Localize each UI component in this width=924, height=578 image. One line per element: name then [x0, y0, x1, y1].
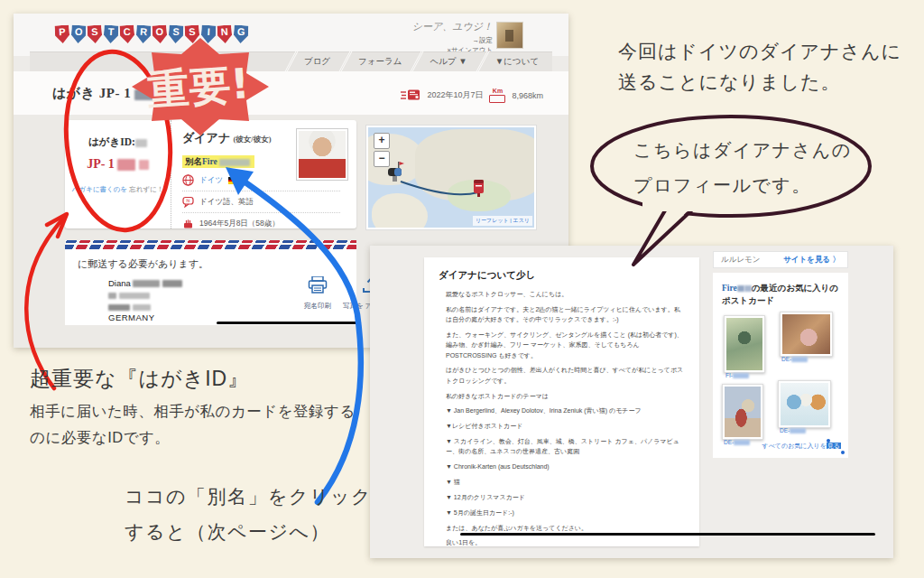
logo-flag: S — [87, 24, 102, 43]
recipient-country-link[interactable]: ドイツ — [199, 175, 223, 186]
postcard-info-card: はがきID: JP- 1 ハガキに書くのを 忘れずに！ ダイアナ (彼女/彼女) — [65, 120, 356, 228]
sent-date: 2022年10月7日 — [427, 89, 483, 101]
distance-icon: Km — [489, 88, 505, 103]
about-paragraph: 私の名前はダイアナです。夫と2匹の猫と一緒にライプツィヒに住んでいます。私は自分… — [446, 304, 685, 325]
logo-flag: T — [103, 25, 118, 44]
logo-flag: G — [233, 25, 248, 44]
route-map[interactable]: + − リーフレット | エスリ — [368, 127, 534, 228]
logo-flag: N — [217, 24, 232, 43]
birthday-cake-icon — [182, 218, 194, 229]
address-country: GERMANY — [108, 312, 182, 324]
selection-handle[interactable] — [841, 451, 845, 454]
user-greeting-block: シーア、ユウジ！ →設定 ×サインアウト — [412, 20, 493, 55]
redacted-username — [744, 285, 752, 292]
logo-flag: S — [168, 25, 183, 44]
nav-item-blog[interactable]: ブログ — [291, 56, 344, 68]
id-note-title: 超重要な『はがきID』 — [30, 365, 249, 393]
postbox-marker-icon — [474, 180, 484, 197]
ad-bar: ルルレモン サイトを見る 〉 — [713, 251, 848, 268]
map-zoom-controls: + − — [374, 133, 390, 169]
logo-flag: P — [54, 24, 69, 43]
nav-item-forum[interactable]: フォーラム — [345, 56, 415, 68]
scroll-indicator[interactable] — [460, 533, 875, 536]
about-paragraph: 私の好きなポストカードのテーマは — [446, 391, 685, 401]
intro-annotation: 今回はドイツのダイアナさんに 送ることになりました。 — [618, 36, 901, 97]
germany-flag-icon — [228, 177, 239, 184]
postcard-thumbnail[interactable] — [724, 315, 765, 373]
logo-flag: O — [152, 24, 167, 43]
redacted-address — [133, 304, 151, 311]
about-card: ダイアナについて少し 親愛なるポストクロッサー、こんにちは。 私の名前はダイアナ… — [424, 257, 699, 546]
redacted-id — [734, 440, 750, 445]
redacted-id — [790, 428, 806, 434]
mailing-note: に郵送する必要があります。 — [78, 257, 208, 271]
postcard-id-link[interactable]: DE- — [780, 427, 806, 434]
speech-bubble-icon: hi — [182, 196, 194, 208]
about-paragraph: ▼ Chronik-Karten (aus Deutschland) — [446, 461, 685, 471]
route-overlay — [368, 127, 534, 228]
redacted-address — [119, 293, 150, 299]
view-all-favorites-link[interactable]: すべてのお気に入りを見る — [762, 442, 841, 451]
recipient-address: Diana GERMANY — [108, 278, 182, 324]
ad-brand: ルルレモン — [721, 255, 761, 266]
about-paragraph: または、あなたが喜ぶハガキを送ってください。 — [446, 523, 685, 533]
redacted-id — [791, 357, 808, 362]
postcard-id-link[interactable]: FI- — [725, 372, 749, 378]
postcard-id-link[interactable]: DE- — [781, 356, 808, 362]
logo-flag: C — [119, 24, 134, 43]
redacted-id — [139, 160, 149, 170]
postcard-thumbnail[interactable] — [722, 384, 763, 440]
settings-link[interactable]: →設定 — [412, 36, 493, 45]
about-paragraph: ▼ Jan Bergerlind、Alexey Dolotov、Irina Ze… — [446, 406, 685, 415]
redacted-alias — [219, 159, 250, 166]
about-paragraph: 親愛なるポストクロッサー、こんにちは。 — [446, 289, 685, 299]
svg-text:hi: hi — [187, 198, 190, 203]
nav-item-help[interactable]: ヘルプ ▼ — [416, 56, 480, 68]
recipient-birthday: 1964年5月8日（58歳） — [199, 219, 280, 229]
logo-flag: O — [70, 25, 86, 44]
favorites-title: Fireの最近のお気に入りの ポストカード — [722, 282, 839, 308]
alias-highlight[interactable]: 別名Fire — [182, 155, 254, 168]
nav-item-about[interactable]: ▼について — [482, 56, 552, 68]
redacted-id — [733, 373, 749, 378]
selected-text: 見る — [827, 443, 841, 449]
postcard-id-box: はがきID: JP- 1 ハガキに書くのを 忘れずに！ — [65, 120, 171, 228]
about-paragraph: また、ウォーキング、サイクリング、ゼンタングルを描くこと (私は初心者です)、編… — [446, 330, 685, 360]
logo-flag: R — [135, 25, 151, 44]
selection-handle[interactable] — [827, 439, 830, 443]
about-paragraph: ▼ 5月の誕生日カード:-) — [446, 508, 685, 517]
redacted-id — [117, 159, 135, 171]
mailbox-marker-icon — [388, 162, 404, 182]
print-address-button[interactable]: 宛名印刷 — [295, 276, 340, 311]
scroll-indicator[interactable] — [217, 322, 361, 324]
recipient-photo[interactable] — [296, 128, 348, 181]
globe-icon — [182, 174, 194, 186]
about-paragraph: ▼ 猫 — [446, 477, 685, 487]
recipient-profile-box: ダイアナ (彼女/彼女) 別名Fire ドイツ — [171, 120, 356, 228]
about-title: ダイアナについて少し — [439, 269, 685, 282]
redacted-address — [108, 304, 130, 311]
recipient-languages: ドイツ語、英語 — [199, 197, 254, 208]
bubble-annotation-text: こちらはダイアナさんの プロフィールです。 — [633, 133, 852, 203]
id-reminder: ハガキに書くのを 忘れずに！ — [65, 185, 171, 194]
click-note: ココの「別名」をクリック すると（次ページへ） — [125, 480, 372, 550]
postcrossing-logo[interactable]: P O S T C R O S S I N G — [55, 25, 248, 43]
postcard-thumbnail[interactable] — [778, 380, 831, 428]
logo-flag: S — [184, 24, 199, 43]
postcard-thumbnail[interactable] — [780, 312, 833, 357]
recipient-pronouns: (彼女/彼女) — [233, 135, 271, 144]
redacted-postcard-id — [134, 89, 162, 100]
zoom-out-button[interactable]: − — [374, 151, 390, 167]
postcard-sent-icon — [401, 89, 420, 102]
user-avatar[interactable] — [496, 22, 523, 49]
about-paragraph: ▼レシピ付きポストカード — [446, 421, 685, 431]
user-greeting: シーア、ユウジ！ — [412, 20, 493, 33]
main-nav: ブログ フォーラム ヘルプ ▼ ▼について — [30, 51, 552, 72]
id-note-description: 相手に届いた時、相手が私のカードを登録する のに必要なIDです。 — [30, 398, 356, 451]
zoom-in-button[interactable]: + — [374, 133, 390, 149]
postcard-page-title: はがき JP- 1 — [52, 85, 162, 102]
map-attribution[interactable]: リーフレット | エスリ — [473, 216, 532, 226]
ad-visit-link[interactable]: サイトを見る 〉 — [783, 255, 840, 266]
postcard-id-link[interactable]: DE- — [724, 439, 750, 445]
about-text: 親愛なるポストクロッサー、こんにちは。 私の名前はダイアナです。夫と2匹の猫と一… — [439, 289, 685, 548]
